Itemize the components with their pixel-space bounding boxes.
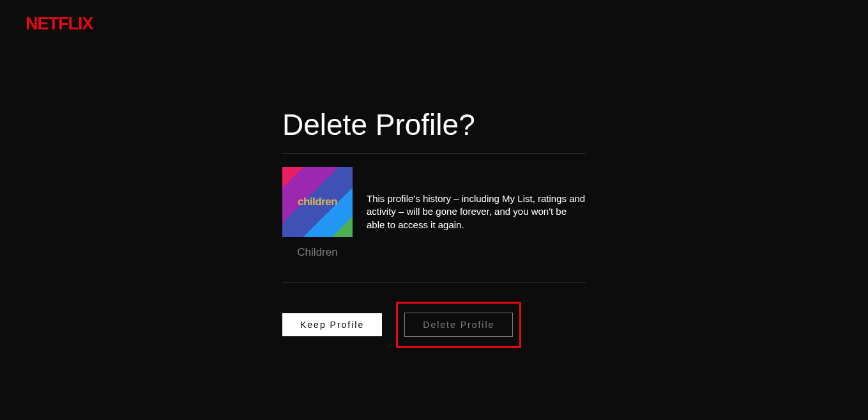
profile-name: Children bbox=[297, 246, 337, 259]
profile-section: children Children This profile's history… bbox=[282, 154, 586, 267]
delete-profile-button[interactable]: Delete Profile bbox=[404, 313, 513, 337]
avatar-label: children bbox=[298, 196, 337, 208]
keep-profile-button[interactable]: Keep Profile bbox=[282, 313, 382, 336]
dialog-title: Delete Profile? bbox=[282, 107, 586, 153]
warning-text: This profile's history – including My Li… bbox=[367, 167, 586, 231]
profile-info: children Children bbox=[282, 167, 353, 259]
netflix-logo[interactable]: NETFLIX bbox=[26, 13, 93, 35]
delete-profile-dialog: Delete Profile? children Children This p… bbox=[282, 107, 586, 348]
profile-avatar: children bbox=[282, 167, 353, 237]
highlight-annotation: Delete Profile bbox=[396, 302, 521, 348]
header: NETFLIX bbox=[0, 0, 868, 34]
button-row: Keep Profile Delete Profile bbox=[282, 283, 586, 348]
